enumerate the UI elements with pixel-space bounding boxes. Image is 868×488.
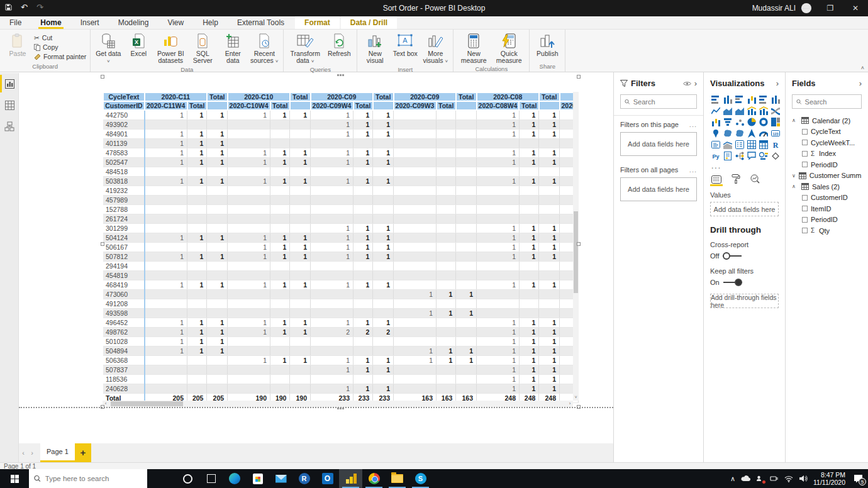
resize-handle-top-left[interactable] (101, 75, 104, 79)
map-icon[interactable] (710, 128, 721, 138)
hscroll-thumb[interactable] (111, 401, 183, 406)
decomposition-tree-icon[interactable] (734, 151, 745, 160)
paste-button[interactable]: Paste (4, 31, 31, 57)
action-center-icon[interactable]: 5 (854, 474, 863, 483)
custom-visual-placeholder-icon[interactable] (770, 151, 781, 160)
refresh-button[interactable]: Refresh (325, 31, 353, 57)
azure-map-icon[interactable] (746, 128, 757, 138)
transform-data-button[interactable]: Transform data ˅ (287, 31, 323, 65)
section-more-icon[interactable]: ... (689, 121, 697, 128)
clock[interactable]: 8:47 PM 11/11/2020 (813, 471, 845, 486)
qa-visual-icon[interactable] (746, 151, 757, 160)
filters-search-input[interactable] (633, 98, 693, 106)
format-well-tab[interactable] (732, 174, 740, 186)
field-checkbox[interactable] (802, 129, 808, 135)
100-stacked-bar-chart-icon[interactable] (758, 94, 769, 104)
scroll-right-icon[interactable]: › (567, 401, 573, 407)
stacked-area-chart-icon[interactable] (734, 106, 745, 115)
enter-data-button[interactable]: Enter data (219, 31, 247, 64)
sql-server-button[interactable]: SQL Server (189, 31, 216, 64)
ribbon-tab-view[interactable]: View (158, 16, 193, 29)
vscroll-thumb[interactable] (574, 211, 578, 293)
scroll-down-icon[interactable]: ˅ (573, 394, 579, 401)
taskbar-search-input[interactable] (45, 475, 142, 482)
fields-well-tab[interactable] (711, 175, 721, 186)
field-checkbox[interactable] (802, 217, 808, 223)
fields-field-periodid[interactable]: PeriodID (792, 214, 862, 226)
resize-handle-mid-left[interactable] (101, 242, 104, 246)
volume-icon[interactable] (799, 475, 808, 482)
taskbar-edge-icon[interactable] (223, 469, 246, 488)
multi-row-card-icon[interactable] (710, 140, 721, 149)
new-visual-button[interactable]: New visual (361, 31, 389, 64)
copy-button[interactable]: Copy (34, 43, 86, 51)
resize-handle-mid-right[interactable] (577, 242, 581, 246)
line-and-stacked-column-chart-icon[interactable] (746, 106, 757, 115)
taskbar-store-icon[interactable] (246, 469, 269, 488)
matrix-icon[interactable] (758, 140, 769, 149)
taskbar-cortana-icon[interactable] (176, 469, 199, 488)
new-measure-button[interactable]: New measure (457, 31, 490, 64)
restore-button[interactable]: ❐ (818, 0, 843, 16)
field-checkbox[interactable] (802, 140, 808, 145)
page-tab[interactable]: Page 1 (40, 443, 75, 462)
taskbar-pbi-icon[interactable] (339, 469, 362, 488)
page-nav-left-icon[interactable]: ‹ (19, 443, 28, 462)
taskbar-outlook-icon[interactable]: O (316, 469, 339, 488)
taskbar-folder-icon[interactable] (386, 469, 409, 488)
collapse-fields-icon[interactable]: › (859, 79, 862, 88)
fields-field-periodid[interactable]: PeriodID (792, 159, 862, 170)
format-painter-button[interactable]: Format painter (34, 53, 86, 60)
filters-all-pages-dropzone[interactable]: Add data fields here (620, 177, 697, 201)
filled-map-icon[interactable] (722, 128, 733, 138)
fields-field-index[interactable]: ΣIndex (792, 148, 862, 160)
values-dropzone[interactable]: Add data fields here (710, 202, 779, 216)
treemap-icon[interactable] (770, 117, 781, 126)
taskbar-chrome-icon[interactable] (362, 469, 386, 488)
collapse-ribbon-icon[interactable]: ˄ (861, 65, 864, 71)
chevron-up-icon[interactable]: ∧ (792, 184, 798, 189)
get-data-button[interactable]: Get data ˅ (94, 31, 122, 65)
card-icon[interactable]: 123 (770, 128, 781, 138)
drill-through-dropzone[interactable]: Add drill-through fields here (710, 294, 779, 308)
ribbon-tab-insert[interactable]: Insert (71, 16, 109, 29)
analytics-well-tab[interactable] (750, 174, 760, 186)
kpi-icon[interactable] (722, 140, 733, 149)
fields-field-cycleweekt-[interactable]: CycleWeekT... (792, 137, 862, 148)
area-chart-icon[interactable] (722, 106, 733, 115)
taskbar-taskview-icon[interactable] (199, 469, 223, 488)
drag-grip-top[interactable] (337, 74, 345, 77)
clustered-bar-chart-icon[interactable] (734, 94, 745, 104)
excel-button[interactable]: X Excel (125, 31, 152, 57)
keep-all-filters-toggle[interactable] (723, 279, 742, 286)
ribbon-tab-external-tools[interactable]: External Tools (228, 16, 294, 29)
table-icon[interactable] (746, 140, 757, 149)
field-checkbox[interactable] (802, 151, 808, 157)
taskbar-search[interactable] (29, 469, 147, 488)
fields-search[interactable] (792, 94, 862, 109)
ribbon-tab-modeling[interactable]: Modeling (109, 16, 159, 29)
visual-vertical-scrollbar[interactable]: ˅ (573, 92, 579, 401)
shape-map-icon[interactable] (734, 128, 745, 138)
teams-sync-icon[interactable] (756, 475, 764, 483)
collapse-filters-icon[interactable]: › (694, 79, 697, 88)
fields-table-sales-2-[interactable]: ∧Sales (2) (792, 181, 862, 192)
recent-sources-button[interactable]: Recent sources ˅ (249, 31, 279, 65)
signed-in-user[interactable]: Mudassir ALI (752, 4, 796, 13)
onedrive-icon[interactable] (741, 475, 750, 482)
chevron-down-icon[interactable]: ∨ (792, 173, 796, 179)
field-checkbox[interactable] (802, 195, 808, 201)
line-chart-icon[interactable] (710, 106, 721, 115)
new-page-button[interactable]: + (75, 443, 91, 462)
fields-search-input[interactable] (805, 98, 857, 106)
more-visuals-button[interactable]: More visuals ˅ (421, 31, 449, 65)
collapse-visualizations-icon[interactable]: › (776, 79, 779, 88)
chevron-up-icon[interactable]: ∧ (792, 118, 798, 123)
filters-search[interactable] (620, 94, 697, 109)
line-and-clustered-column-chart-icon[interactable] (758, 106, 769, 115)
close-button[interactable]: ✕ (843, 0, 868, 16)
waterfall-chart-icon[interactable] (710, 117, 721, 126)
ribbon-tab-format[interactable]: Format (295, 16, 340, 29)
cross-report-toggle[interactable] (723, 252, 742, 260)
field-checkbox[interactable] (802, 228, 808, 233)
